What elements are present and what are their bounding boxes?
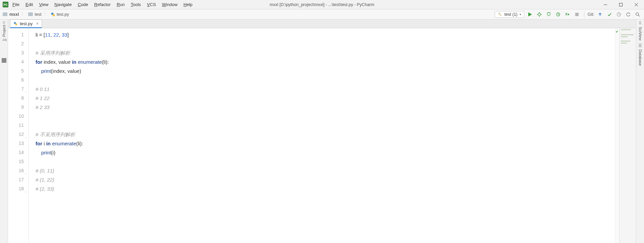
git-history-button[interactable] xyxy=(615,11,623,18)
code-line[interactable]: # (2, 33) xyxy=(36,184,615,193)
collapse-icon[interactable] xyxy=(3,21,5,23)
profile-button[interactable] xyxy=(554,11,562,18)
line-number[interactable]: 18⌄ xyxy=(8,184,24,193)
svg-rect-20 xyxy=(575,13,579,16)
menu-view[interactable]: View xyxy=(39,2,48,7)
line-number[interactable]: 10 xyxy=(8,112,24,121)
menu-help[interactable]: Help xyxy=(183,2,193,7)
concurrent-button[interactable] xyxy=(564,11,571,18)
line-number[interactable]: 5 xyxy=(8,66,24,76)
line-number[interactable]: 15 xyxy=(8,157,24,166)
line-number[interactable]: 7⌄ xyxy=(8,85,24,94)
fold-icon[interactable]: ⌄ xyxy=(24,87,27,91)
database-icon[interactable]: ☰ xyxy=(638,43,642,48)
stop-button[interactable] xyxy=(573,11,581,18)
search-button[interactable] xyxy=(634,11,641,18)
git-commit-button[interactable] xyxy=(606,11,613,18)
gutter[interactable]: 1234567⌄89101112⌄13141516⌄1718⌄ xyxy=(8,28,29,243)
line-number[interactable]: 11 xyxy=(8,121,24,130)
menu-vcs[interactable]: VCS xyxy=(147,2,156,7)
left-tool-strip: 1: Project xyxy=(0,19,8,243)
menu-window[interactable]: Window xyxy=(162,2,177,7)
code-line[interactable]: print(index, value) xyxy=(36,66,615,76)
editor-tab[interactable]: test.py ✕ xyxy=(10,19,42,28)
run-config-selector[interactable]: test (1) ▾ xyxy=(495,11,524,18)
code-line[interactable]: for i in enumerate(li): xyxy=(36,139,615,148)
menu-tools[interactable]: Tools xyxy=(131,2,141,7)
structure-tool-button[interactable] xyxy=(2,58,6,63)
folder-icon xyxy=(3,12,7,16)
line-number[interactable]: 14 xyxy=(8,148,24,157)
code-line[interactable]: # 不采用序列解析 xyxy=(36,130,615,139)
line-number[interactable]: 2 xyxy=(8,39,24,48)
svg-point-5 xyxy=(52,14,55,16)
line-number[interactable]: 8 xyxy=(8,94,24,103)
code-line[interactable]: # 2 33 xyxy=(36,103,615,112)
run-config-label: test (1) xyxy=(504,12,518,17)
line-number[interactable]: 13 xyxy=(8,139,24,148)
breadcrumb-root: mxxl xyxy=(9,12,19,17)
code-line[interactable]: print(i) xyxy=(36,148,615,157)
app-icon: PC xyxy=(3,2,8,7)
menu-edit[interactable]: Edit xyxy=(25,2,33,7)
code-line[interactable]: # (1, 22) xyxy=(36,175,615,184)
database-tool-button[interactable]: Database xyxy=(638,49,642,66)
code-line[interactable]: for index, value in enumerate(li): xyxy=(36,57,615,66)
menu-run[interactable]: Run xyxy=(117,2,125,7)
code-line[interactable]: # 采用序列解析 xyxy=(36,48,615,57)
menu-file[interactable]: File xyxy=(12,2,19,7)
minimize-button[interactable] xyxy=(598,0,613,9)
svg-point-25 xyxy=(636,13,639,15)
sciview-tool-button[interactable]: SciView xyxy=(638,27,642,41)
title-bar: PC FileEditViewNavigateCodeRefactorRunTo… xyxy=(0,0,644,9)
close-button[interactable] xyxy=(629,0,644,9)
code-line[interactable] xyxy=(36,76,615,85)
breadcrumb[interactable]: mxxl 〉 test 〉 test.py xyxy=(3,11,69,17)
run-button[interactable] xyxy=(526,11,534,18)
menu-code[interactable]: Code xyxy=(78,2,88,7)
debug-button[interactable] xyxy=(536,11,543,18)
editor-tabs: test.py ✕ xyxy=(8,19,636,28)
error-stripe[interactable]: ✔ xyxy=(615,28,619,243)
git-update-button[interactable] xyxy=(596,11,604,18)
editor-tab-label: test.py xyxy=(20,21,33,26)
grid-icon[interactable]: ⠿ xyxy=(639,21,642,26)
line-number[interactable]: 3 xyxy=(8,48,24,57)
git-revert-button[interactable] xyxy=(625,11,632,18)
fold-icon[interactable]: ⌄ xyxy=(24,133,27,136)
menu-navigate[interactable]: Navigate xyxy=(54,2,71,7)
svg-rect-17 xyxy=(566,13,567,14)
svg-point-28 xyxy=(15,23,17,25)
line-number[interactable]: 6 xyxy=(8,76,24,85)
python-file-icon xyxy=(13,21,18,26)
code-line[interactable] xyxy=(36,157,615,166)
fold-icon[interactable]: ⌄ xyxy=(24,169,27,172)
code-line[interactable]: # (0, 11) xyxy=(36,166,615,175)
line-number[interactable]: 4 xyxy=(8,57,24,66)
line-number[interactable]: 12⌄ xyxy=(8,130,24,139)
code-line[interactable] xyxy=(36,121,615,130)
code-line[interactable] xyxy=(36,112,615,121)
project-tool-button[interactable]: 1: Project xyxy=(2,25,6,41)
code-line[interactable]: # 1 22 xyxy=(36,94,615,103)
close-icon[interactable]: ✕ xyxy=(36,21,39,26)
coverage-button[interactable] xyxy=(545,11,552,18)
code-line[interactable]: # 0 11 xyxy=(36,85,615,94)
code-line[interactable]: li = [11, 22, 33] xyxy=(36,30,615,39)
svg-line-26 xyxy=(638,15,640,16)
line-number[interactable]: 16⌄ xyxy=(8,166,24,175)
python-file-icon xyxy=(51,12,55,17)
menu-refactor[interactable]: Refactor xyxy=(94,2,111,7)
line-number[interactable]: 1 xyxy=(8,30,24,39)
breadcrumb-separator: 〉 xyxy=(21,11,26,17)
maximize-button[interactable] xyxy=(613,0,629,9)
line-number[interactable]: 17 xyxy=(8,175,24,184)
main-body: 1: Project test.py ✕ 1234567⌄89101112⌄13… xyxy=(0,19,644,243)
svg-marker-19 xyxy=(568,13,570,15)
main-menu: FileEditViewNavigateCodeRefactorRunTools… xyxy=(12,2,193,7)
line-number[interactable]: 9 xyxy=(8,103,24,112)
minimap[interactable] xyxy=(619,28,636,243)
code-line[interactable] xyxy=(36,39,615,48)
code-editor[interactable]: li = [11, 22, 33] # 采用序列解析for index, val… xyxy=(29,28,615,243)
fold-icon[interactable]: ⌄ xyxy=(24,187,27,190)
